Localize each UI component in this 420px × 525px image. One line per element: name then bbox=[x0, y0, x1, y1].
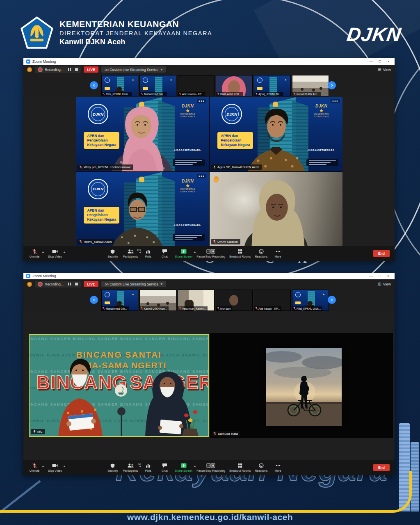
mic-muted-icon bbox=[213, 432, 217, 436]
thumbnail[interactable]: ★ Rifai_KPKNL Lhok... bbox=[101, 75, 138, 96]
participant-name: Helmi_Kanwil Aceh bbox=[78, 239, 114, 244]
polls-icon bbox=[146, 249, 151, 254]
live-badge[interactable]: LIVE bbox=[84, 281, 98, 287]
security-button[interactable]: Security bbox=[107, 463, 119, 472]
zoom-app-icon bbox=[26, 274, 30, 278]
video-tile[interactable]: Ummi Kalsum bbox=[210, 172, 342, 247]
tile-menu-button[interactable]: ••• bbox=[197, 174, 206, 178]
reactions-button[interactable]: Reactions bbox=[255, 249, 267, 258]
pause-stop-recording-button[interactable]: Pause/Stop Recording bbox=[196, 463, 225, 472]
video-tile[interactable]: Samuda Rata bbox=[210, 333, 393, 438]
building-silhouette bbox=[411, 442, 419, 511]
thumbnail[interactable]: ★ Rifai_KPKNL Lhok... bbox=[292, 290, 329, 311]
encryption-icon[interactable] bbox=[27, 282, 32, 287]
share-screen-button[interactable]: Share Screen bbox=[175, 463, 192, 472]
breakout-rooms-button[interactable]: Breakout Rooms bbox=[229, 463, 251, 472]
view-button[interactable]: ⊞ View bbox=[378, 282, 391, 286]
chevron-up-icon[interactable] bbox=[42, 466, 44, 467]
view-button[interactable]: ⊞ View bbox=[378, 68, 391, 72]
security-button[interactable]: Security bbox=[107, 249, 119, 258]
grid-icon: ⊞ bbox=[378, 68, 381, 72]
unmute-button[interactable]: Unmute bbox=[28, 463, 41, 472]
chevron-up-icon[interactable] bbox=[194, 251, 196, 253]
stream-service-dropdown[interactable]: on Custom Live Streaming Service bbox=[101, 281, 166, 287]
chevron-down-icon bbox=[160, 69, 163, 71]
minimize-icon[interactable]: — bbox=[368, 274, 374, 278]
mic-muted-icon bbox=[32, 249, 37, 254]
chevron-up-icon[interactable] bbox=[42, 251, 44, 253]
prev-page-arrow[interactable]: ‹ bbox=[90, 81, 98, 89]
thumbnail[interactable]: Kanwil DJKN Ace... bbox=[292, 75, 329, 96]
stop-video-button[interactable]: Stop Video bbox=[48, 463, 62, 472]
thumbnail[interactable]: Mur dani bbox=[216, 290, 253, 311]
chevron-up-icon[interactable] bbox=[63, 251, 66, 253]
thumbnail[interactable]: Vera Intan_Kanwil... bbox=[178, 290, 215, 311]
video-tile[interactable]: DJKN DJKN ★ UNIVERSITASSYIAH KUALA APBN … bbox=[210, 97, 342, 171]
djkn-logo: DJKN bbox=[345, 23, 403, 46]
close-icon[interactable]: × bbox=[385, 59, 392, 64]
breakout-rooms-button[interactable]: Breakout Rooms bbox=[229, 249, 251, 258]
thumbnail[interactable]: Kanwil DJKN Ace... bbox=[139, 290, 176, 311]
prev-page-arrow[interactable]: ‹ bbox=[90, 296, 98, 304]
smiley-icon bbox=[259, 463, 264, 468]
chevron-up-icon[interactable] bbox=[139, 251, 142, 253]
participant-name: Ratih Ashfi KPK... bbox=[216, 92, 243, 96]
video-tile[interactable]: DJKN DJKN ★ UNIVERSITASSYIAH KUALA APBN … bbox=[76, 172, 209, 247]
thumbnail[interactable]: ★ Ajeng_KPKNL Ba... bbox=[254, 75, 291, 96]
tile-menu-button[interactable]: ••• bbox=[197, 99, 206, 103]
participants-button[interactable]: Participants 115 bbox=[123, 249, 138, 258]
shared-screen-tile[interactable]: BINCANG SANGER BINCANG SANGER BINCANG SA… bbox=[29, 334, 209, 437]
video-tile[interactable]: DJKN DJKN ★ UNIVERSITASSYIAH KUALA APBN … bbox=[76, 97, 209, 171]
participant-name: MC bbox=[31, 429, 45, 434]
thumbnail[interactable]: Ade Irawan - KP... bbox=[254, 290, 291, 311]
thumbnail-strip: ‹ › ★ Muhammad Gin... Kanwil DJKN Ace...… bbox=[23, 289, 395, 311]
chevron-up-icon[interactable] bbox=[63, 466, 66, 467]
polls-icon bbox=[146, 463, 151, 468]
minimize-icon[interactable]: — bbox=[368, 59, 374, 64]
stop-video-button[interactable]: Stop Video bbox=[48, 249, 62, 258]
live-badge[interactable]: LIVE bbox=[84, 66, 98, 73]
pause-stop-recording-button[interactable]: Pause/Stop Recording bbox=[196, 249, 225, 258]
thumbnail[interactable]: Ratih Ashfi KPK... bbox=[216, 75, 253, 96]
thumbnail[interactable]: ★ Muhammad Gin... bbox=[101, 290, 138, 311]
stream-service-label: on Custom Live Streaming Service bbox=[105, 68, 158, 72]
tile-menu-button[interactable]: ••• bbox=[331, 99, 340, 103]
end-meeting-button[interactable]: End bbox=[373, 250, 390, 257]
pause-recording-icon[interactable] bbox=[68, 283, 71, 285]
chat-button[interactable]: Chat bbox=[158, 249, 171, 258]
recording-indicator: Recording... bbox=[35, 66, 81, 73]
end-meeting-button[interactable]: End bbox=[373, 464, 390, 471]
thumbnail[interactable]: Ade Irawan - KP... bbox=[178, 75, 215, 96]
reactions-button[interactable]: Reactions bbox=[255, 463, 267, 472]
participants-button[interactable]: Participants 90 bbox=[123, 463, 138, 472]
maximize-icon[interactable]: □ bbox=[377, 59, 383, 64]
unmute-button[interactable]: Unmute bbox=[28, 249, 41, 258]
chevron-up-icon[interactable] bbox=[139, 466, 142, 467]
mic-muted-icon bbox=[213, 240, 216, 244]
window-titlebar: Zoom Meeting — □ × bbox=[23, 273, 395, 279]
grid-icon: ⊞ bbox=[378, 282, 381, 286]
close-icon[interactable]: × bbox=[385, 274, 392, 278]
next-page-arrow[interactable]: › bbox=[328, 296, 336, 304]
share-screen-button[interactable]: Share Screen bbox=[175, 249, 192, 258]
stop-recording-icon[interactable] bbox=[75, 68, 78, 71]
participant-name: Muhammad Gin... bbox=[140, 92, 167, 96]
thumbnail[interactable]: ★ Muhammad Gin... bbox=[139, 75, 176, 96]
polls-button[interactable]: Polls bbox=[142, 463, 154, 472]
next-page-arrow[interactable]: › bbox=[328, 81, 336, 89]
encryption-icon[interactable] bbox=[27, 67, 32, 72]
polls-button[interactable]: Polls bbox=[142, 249, 154, 258]
stop-recording-icon[interactable] bbox=[75, 283, 78, 285]
chevron-up-icon[interactable] bbox=[194, 466, 196, 467]
chat-icon bbox=[162, 249, 167, 254]
kemenkeu-logo-icon bbox=[21, 16, 53, 49]
maximize-icon[interactable]: □ bbox=[377, 274, 383, 278]
meeting-topbar: Recording... LIVE on Custom Live Streami… bbox=[23, 65, 395, 74]
more-button[interactable]: More bbox=[272, 463, 284, 472]
recording-label: Recording... bbox=[45, 282, 64, 286]
pause-recording-icon[interactable] bbox=[68, 68, 71, 71]
more-button[interactable]: More bbox=[272, 249, 284, 258]
participant-name: Ajeng_KPKNL Ba... bbox=[254, 92, 283, 96]
chat-button[interactable]: Chat bbox=[158, 463, 171, 472]
stream-service-dropdown[interactable]: on Custom Live Streaming Service bbox=[101, 66, 166, 73]
